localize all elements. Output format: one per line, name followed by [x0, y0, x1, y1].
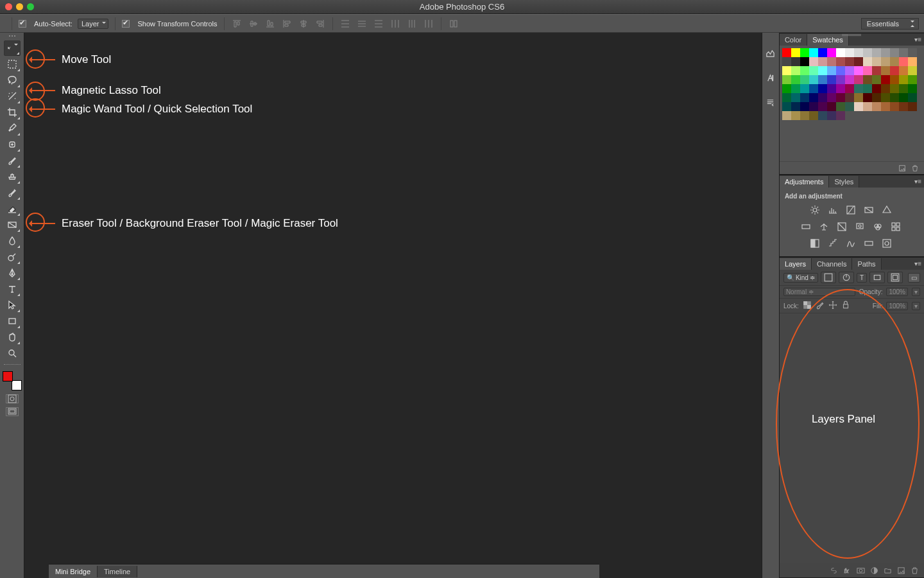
shape-tool[interactable]	[4, 313, 21, 329]
swatch[interactable]	[791, 57, 800, 66]
swatch[interactable]	[791, 75, 800, 84]
swatch[interactable]	[818, 57, 827, 66]
swatch[interactable]	[872, 48, 881, 57]
magic-wand-tool[interactable]	[4, 89, 21, 104]
swatch[interactable]	[827, 84, 836, 93]
posterize-icon[interactable]	[828, 238, 839, 250]
swatch[interactable]	[809, 66, 818, 75]
swatch[interactable]	[845, 75, 854, 84]
fill-field[interactable]: 100%	[886, 302, 908, 310]
layers-tab[interactable]: Layers	[780, 258, 812, 270]
swatch[interactable]	[818, 75, 827, 84]
auto-align-icon[interactable]	[448, 18, 459, 30]
new-layer-icon[interactable]	[897, 566, 905, 575]
screen-mode-icon[interactable]	[6, 407, 19, 416]
swatch[interactable]	[782, 75, 791, 84]
swatch[interactable]	[872, 57, 881, 66]
filter-toggle-icon[interactable]: ▭	[908, 273, 920, 283]
swatch[interactable]	[827, 57, 836, 66]
close-window-icon[interactable]	[5, 3, 12, 10]
color-tab[interactable]: Color	[780, 34, 807, 46]
swatch[interactable]	[782, 57, 791, 66]
levels-icon[interactable]	[828, 205, 839, 216]
swatch[interactable]	[845, 84, 854, 93]
zoom-window-icon[interactable]	[27, 3, 34, 10]
swatch[interactable]	[881, 84, 890, 93]
marquee-tool[interactable]	[4, 57, 21, 72]
swatch[interactable]	[791, 93, 800, 102]
swatch[interactable]	[908, 84, 917, 93]
healing-brush-tool[interactable]	[4, 137, 21, 152]
align-bottom-icon[interactable]	[264, 18, 276, 30]
channels-tab[interactable]: Channels	[812, 258, 852, 270]
swatch[interactable]	[854, 66, 863, 75]
history-brush-tool[interactable]	[4, 185, 21, 200]
swatch[interactable]	[809, 48, 818, 57]
swatch[interactable]	[836, 66, 845, 75]
filter-shape-icon[interactable]	[869, 272, 885, 283]
swatch[interactable]	[854, 57, 863, 66]
filter-adjust-icon[interactable]	[839, 272, 854, 283]
distribute-top-icon[interactable]	[339, 18, 351, 30]
swatch[interactable]	[881, 93, 890, 102]
swatch[interactable]	[818, 84, 827, 93]
swatch[interactable]	[854, 48, 863, 57]
swatch[interactable]	[800, 66, 809, 75]
foreground-background-colors[interactable]	[3, 371, 22, 390]
distribute-right-icon[interactable]	[423, 18, 434, 30]
panel-menu-icon[interactable]: ▾≡	[914, 260, 921, 267]
clone-stamp-tool[interactable]	[4, 169, 21, 184]
curves-icon[interactable]	[846, 205, 857, 216]
swatch[interactable]	[782, 102, 791, 111]
lasso-tool[interactable]	[4, 73, 21, 88]
swatch[interactable]	[827, 111, 836, 120]
swatch[interactable]	[827, 75, 836, 84]
swatch[interactable]	[809, 93, 818, 102]
delete-swatch-icon[interactable]	[911, 164, 919, 172]
distribute-hcenter-icon[interactable]	[406, 18, 418, 30]
align-right-icon[interactable]	[314, 18, 326, 30]
swatch[interactable]	[881, 66, 890, 75]
brightness-icon[interactable]	[810, 205, 821, 216]
path-selection-tool[interactable]	[4, 297, 21, 313]
distribute-bottom-icon[interactable]	[373, 18, 384, 30]
swatch[interactable]	[899, 66, 908, 75]
new-swatch-icon[interactable]	[898, 164, 906, 172]
swatch[interactable]	[872, 84, 881, 93]
filter-type-icon[interactable]: T	[857, 273, 867, 283]
auto-select-checkbox[interactable]	[19, 20, 26, 28]
background-color-swatch[interactable]	[12, 380, 22, 390]
swatch[interactable]	[800, 102, 809, 111]
color-lookup-icon[interactable]	[891, 222, 902, 233]
align-top-icon[interactable]	[231, 18, 243, 30]
vibrance-icon[interactable]	[882, 205, 893, 216]
layer-mask-icon[interactable]	[857, 566, 865, 575]
swatch[interactable]	[908, 93, 917, 102]
delete-layer-icon[interactable]	[911, 566, 919, 575]
swatch[interactable]	[800, 84, 809, 93]
panel-grip-icon[interactable]	[3, 35, 22, 39]
swatch[interactable]	[800, 111, 809, 120]
swatch[interactable]	[818, 48, 827, 57]
swatch[interactable]	[800, 48, 809, 57]
fill-flyout-icon[interactable]: ▾	[912, 302, 920, 310]
paths-tab[interactable]: Paths	[852, 258, 881, 270]
swatch[interactable]	[791, 102, 800, 111]
swatch[interactable]	[899, 102, 908, 111]
filter-smart-icon[interactable]	[887, 272, 903, 283]
swatch[interactable]	[890, 93, 899, 102]
hue-icon[interactable]	[801, 222, 812, 233]
swatch[interactable]	[872, 66, 881, 75]
photo-filter-icon[interactable]	[855, 222, 866, 233]
layer-style-icon[interactable]: fx	[843, 566, 851, 575]
swatch[interactable]	[818, 93, 827, 102]
swatch[interactable]	[827, 93, 836, 102]
swatch[interactable]	[818, 111, 827, 120]
swatch[interactable]	[800, 93, 809, 102]
eraser-tool[interactable]	[4, 201, 21, 216]
swatch[interactable]	[890, 75, 899, 84]
foreground-color-swatch[interactable]	[3, 371, 13, 381]
show-transform-checkbox[interactable]	[122, 20, 130, 28]
filter-pixel-icon[interactable]	[821, 272, 836, 283]
workspace-select[interactable]: Essentials	[861, 18, 919, 30]
